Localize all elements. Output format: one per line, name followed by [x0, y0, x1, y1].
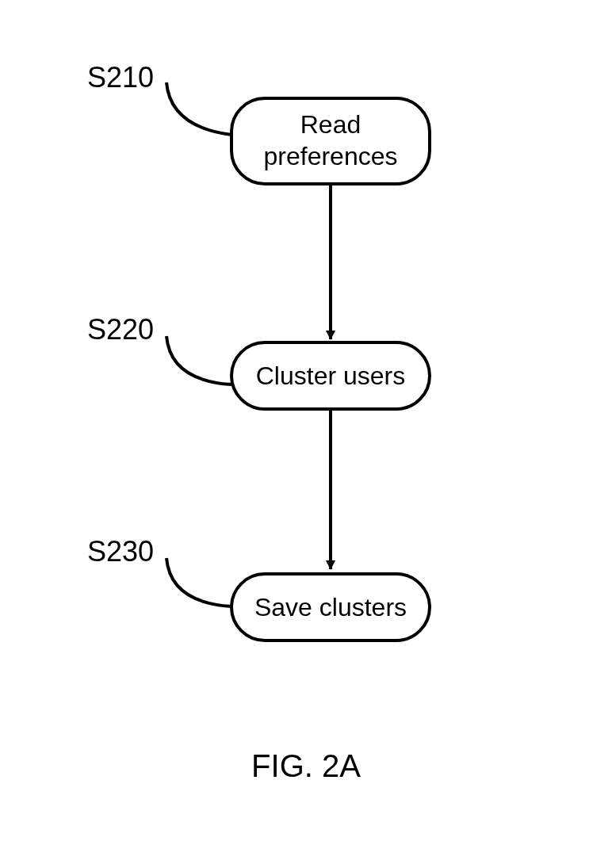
step-id-text: S210 — [87, 61, 154, 94]
step-id-s220: S220 — [87, 313, 231, 384]
flowchart-step-s220: Cluster users — [231, 342, 430, 409]
step-id-s210: S210 — [87, 61, 231, 135]
step-id-connector — [166, 336, 231, 384]
step-text-line1: Cluster users — [256, 361, 406, 390]
step-id-connector — [166, 82, 231, 135]
flowchart-canvas: Read preferences S210 Cluster users S220… — [0, 0, 612, 868]
step-id-connector — [166, 558, 231, 606]
flowchart-step-s210: Read preferences — [231, 98, 430, 184]
step-text-line2: preferences — [264, 142, 398, 170]
step-id-text: S230 — [87, 535, 154, 568]
figure-caption: FIG. 2A — [251, 748, 361, 783]
step-text-line1: Read — [300, 110, 361, 139]
step-id-text: S220 — [87, 313, 154, 346]
step-text-line1: Save clusters — [254, 593, 407, 621]
step-id-s230: S230 — [87, 535, 231, 606]
flowchart-step-s230: Save clusters — [231, 574, 430, 640]
